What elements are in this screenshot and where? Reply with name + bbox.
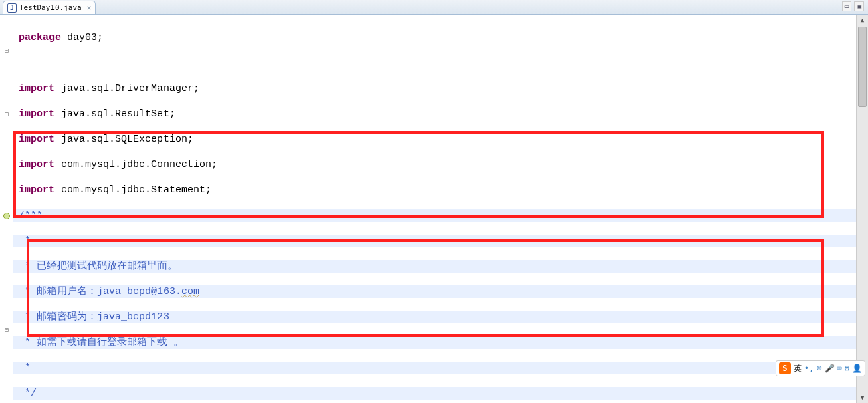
- vertical-scrollbar[interactable]: ▲ ▼: [856, 15, 868, 403]
- user-ime-icon[interactable]: 👤: [852, 364, 862, 373]
- editor-tab-active[interactable]: J TestDay10.java ✕: [3, 1, 96, 14]
- sogou-ime-icon[interactable]: S: [779, 362, 791, 374]
- ime-language[interactable]: 英: [794, 363, 802, 374]
- line-gutter: ⊟ ⊟ ⊟: [0, 15, 13, 403]
- quick-fix-icon[interactable]: [3, 213, 10, 219]
- tab-title: TestDay10.java: [19, 3, 82, 12]
- ime-separator: •,: [804, 364, 814, 373]
- emoji-icon[interactable]: ☺: [817, 364, 821, 373]
- view-controls: ▭ ▣: [842, 1, 864, 11]
- keyboard-icon[interactable]: ⌨: [837, 364, 842, 373]
- code-text-area[interactable]: package day03; import java.sql.DriverMan…: [13, 15, 856, 403]
- mic-icon[interactable]: 🎤: [825, 364, 835, 373]
- scroll-up-icon[interactable]: ▲: [857, 15, 868, 25]
- ime-toolbar[interactable]: S 英 •, ☺ 🎤 ⌨ ⚙ 👤: [776, 360, 865, 376]
- maximize-view-icon[interactable]: ▣: [854, 1, 864, 11]
- java-file-icon: J: [7, 3, 17, 13]
- scroll-down-icon[interactable]: ▼: [857, 392, 868, 403]
- close-icon[interactable]: ✕: [87, 3, 92, 12]
- scrollbar-thumb[interactable]: [858, 27, 867, 107]
- editor-area: ⊟ ⊟ ⊟ package day03; import java.sql.Dri…: [0, 15, 868, 403]
- settings-ime-icon[interactable]: ⚙: [845, 364, 849, 373]
- minimize-view-icon[interactable]: ▭: [842, 1, 852, 11]
- editor-tab-bar: J TestDay10.java ✕ ▭ ▣: [0, 0, 868, 15]
